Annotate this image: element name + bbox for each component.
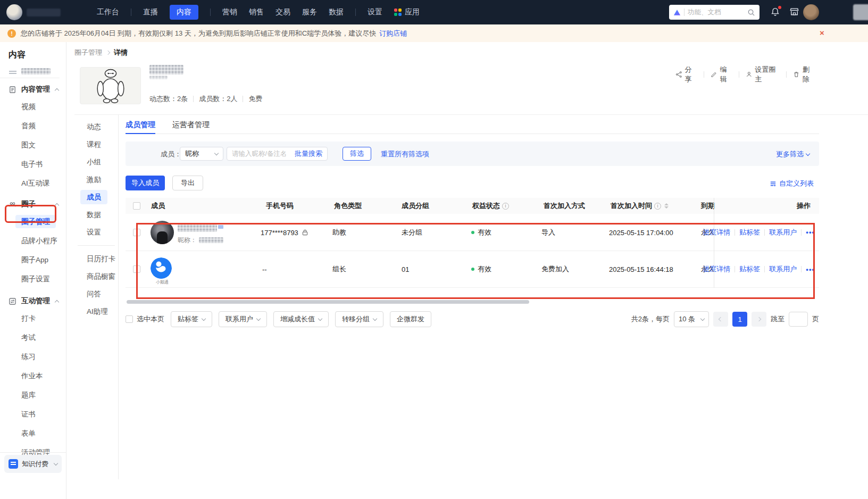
sort-icon[interactable] (664, 203, 669, 209)
more-filters-link[interactable]: 更多筛选 (776, 149, 809, 159)
sidebar-group-content-management[interactable]: 内容管理 (0, 81, 66, 97)
sidebar-item-exam[interactable]: 考试 (0, 328, 66, 347)
bulk-growth-value-button[interactable]: 增减成长值 (273, 311, 329, 327)
search-input[interactable] (688, 9, 744, 16)
info-icon[interactable]: i (654, 203, 661, 210)
menu-item-ai-assistant[interactable]: AI助理 (74, 303, 118, 320)
horizontal-scrollbar[interactable] (127, 300, 529, 304)
delete-button[interactable]: 删除 (793, 65, 815, 84)
sidebar-item-video[interactable]: 视频 (0, 97, 66, 117)
sidebar-item-article[interactable]: 图文 (0, 136, 66, 155)
brand[interactable] (6, 4, 86, 20)
more-actions-icon[interactable]: ••• (806, 265, 815, 273)
menu-item-settings[interactable]: 设置 (74, 223, 118, 241)
wecom-broadcast-button[interactable]: 企微群发 (390, 311, 431, 327)
nav-content[interactable]: 内容 (170, 5, 198, 20)
tag-link[interactable]: 贴标签 (739, 264, 760, 274)
sidebar-group-circle[interactable]: 圈子 (0, 196, 66, 212)
sidebar-item-workbook[interactable]: 作业本 (0, 367, 66, 386)
product-switcher[interactable]: 知识付费 (4, 455, 62, 473)
global-search[interactable] (669, 5, 760, 20)
sidebar-group-interaction[interactable]: 互动管理 (0, 293, 66, 309)
sidebar-item-checkin[interactable]: 打卡 (0, 309, 66, 328)
select-page-checkbox[interactable]: 选中本页 (126, 314, 164, 324)
menu-item-courses[interactable]: 课程 (74, 136, 118, 153)
nav-service[interactable]: 服务 (302, 7, 317, 17)
tag-link[interactable]: 贴标签 (739, 228, 760, 237)
progress-detail-link[interactable]: 进度详情 (703, 264, 730, 274)
nav-settings[interactable]: 设置 (368, 7, 382, 17)
tab-operator-management[interactable]: 运营者管理 (172, 117, 210, 134)
select-all-checkbox[interactable] (133, 202, 140, 210)
menu-item-members[interactable]: 成员 (74, 188, 118, 206)
sidebar-item-practice[interactable]: 练习 (0, 347, 66, 367)
info-icon[interactable]: i (502, 203, 509, 210)
prev-page-button[interactable] (713, 312, 728, 327)
bulk-tag-button[interactable]: 贴标签 (171, 311, 212, 327)
import-members-button[interactable]: 导入成员 (126, 176, 165, 190)
batch-search-link[interactable]: 批量搜索 (295, 149, 322, 159)
nickname-search-input[interactable] (232, 150, 293, 157)
filter-submit-button[interactable]: 筛选 (343, 147, 371, 161)
nav-sales[interactable]: 销售 (249, 7, 264, 17)
tab-member-management[interactable]: 成员管理 (126, 117, 155, 134)
nav-marketing[interactable]: 营销 (222, 7, 237, 17)
nav-workbench[interactable]: 工作台 (97, 7, 119, 17)
user-avatar[interactable] (803, 4, 819, 20)
sidebar-item-certificate[interactable]: 证书 (0, 405, 66, 424)
nav-data[interactable]: 数据 (329, 7, 344, 17)
header-divider (74, 114, 868, 115)
sidebar-item-circle-management[interactable]: 圈子管理 (0, 212, 66, 231)
sidebar-item-brand-miniprogram[interactable]: 品牌小程序 (0, 231, 66, 251)
share-button[interactable]: 分享 (675, 65, 697, 84)
bulk-contact-button[interactable]: 联系用户 (219, 311, 267, 327)
nav-trade[interactable]: 交易 (276, 7, 290, 17)
filter-field-select[interactable]: 昵称 (180, 147, 223, 161)
page-size-select[interactable]: 10 条 (674, 311, 709, 327)
expiry-banner: ! 您的店铺将于 2025年06月04日 到期，有效期仅剩 13 天，为避免到期… (0, 24, 868, 42)
more-actions-icon[interactable]: ••• (806, 228, 815, 236)
menu-item-data[interactable]: 数据 (74, 206, 118, 223)
sidebar-item-audio[interactable]: 音频 (0, 117, 66, 136)
nav-apps[interactable]: 应用 (394, 7, 420, 17)
bulk-move-group-button[interactable]: 转移分组 (335, 311, 383, 327)
chevron-down-icon (318, 317, 322, 321)
menu-item-groups[interactable]: 小组 (74, 153, 118, 171)
sidebar-item-form[interactable]: 表单 (0, 424, 66, 443)
row-checkbox[interactable] (133, 229, 140, 236)
sidebar-item-scrolled-redacted[interactable] (0, 64, 60, 78)
table-row-member-2[interactable]: 小鹅通 -- 组长 01 有效 免费加入 2025-05-15 16:44:18… (126, 251, 819, 288)
nav-live[interactable]: 直播 (143, 7, 158, 17)
shop-icon[interactable] (789, 7, 800, 18)
sidebar-item-circle-settings[interactable]: 圈子设置 (0, 270, 66, 289)
sidebar-item-question-bank[interactable]: 题库 (0, 386, 66, 405)
contact-user-link[interactable]: 联系用户 (769, 264, 797, 274)
total-count-label: 共2条，每页 (631, 314, 670, 324)
next-page-button[interactable] (752, 312, 766, 327)
breadcrumb-parent[interactable]: 圈子管理 (74, 48, 102, 57)
customize-columns-button[interactable]: 自定义列表 (770, 179, 814, 188)
row-checkbox[interactable] (133, 265, 140, 273)
renew-shop-link[interactable]: 订购店铺 (379, 29, 407, 38)
banner-close-icon[interactable]: × (820, 29, 824, 37)
lock-icon[interactable] (302, 229, 308, 236)
search-icon[interactable] (747, 9, 755, 16)
edit-button[interactable]: 编辑 (711, 65, 732, 84)
menu-item-posts[interactable]: 动态 (74, 118, 118, 136)
menu-item-calendar-checkin[interactable]: 日历打卡 (74, 250, 118, 268)
progress-detail-link[interactable]: 进度详情 (703, 228, 730, 237)
table-row-member-1[interactable]: 昵称： 177****8793 助教 未分组 有效 导入 2025-05-15 … (126, 214, 819, 251)
reset-filters-link[interactable]: 重置所有筛选项 (381, 149, 429, 159)
set-owner-button[interactable]: 设置圈主 (746, 65, 780, 84)
menu-item-product-showcase[interactable]: 商品橱窗 (74, 268, 118, 285)
menu-item-incentive[interactable]: 激励 (74, 171, 118, 188)
contact-user-link[interactable]: 联系用户 (769, 228, 797, 237)
menu-item-qa[interactable]: 问答 (74, 285, 118, 303)
notifications-bell-icon[interactable] (770, 7, 781, 18)
sidebar-item-ebook[interactable]: 电子书 (0, 155, 66, 174)
export-button[interactable]: 导出 (172, 176, 203, 190)
jump-page-input[interactable] (789, 312, 808, 327)
sidebar-item-ai-course[interactable]: AI互动课 (0, 174, 66, 193)
current-page-button[interactable]: 1 (732, 312, 747, 327)
sidebar-item-circle-app[interactable]: 圈子App (0, 251, 66, 270)
